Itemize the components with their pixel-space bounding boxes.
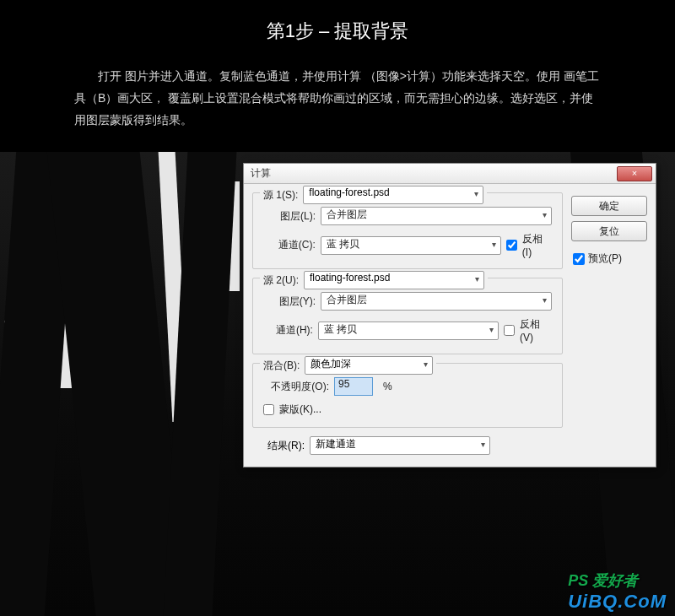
source1-file-select[interactable]: floating-forest.psd (303, 186, 483, 204)
blend-group: 混合(B): 颜色加深 不透明度(O): 95 % 蒙版(K)... (252, 363, 563, 428)
source1-channel-select[interactable]: 蓝 拷贝 (321, 236, 501, 255)
reset-button[interactable]: 复位 (571, 221, 647, 241)
result-select[interactable]: 新建通道 (310, 436, 490, 455)
source1-legend: 源 1(S): (263, 188, 298, 203)
opacity-label: 不透明度(O): (263, 380, 329, 394)
source1-channel-label: 通道(C): (263, 238, 316, 252)
source1-layer-label: 图层(L): (263, 209, 316, 224)
source2-file-select[interactable]: floating-forest.psd (304, 271, 484, 289)
blend-mode-select[interactable]: 颜色加深 (305, 356, 433, 375)
ok-button[interactable]: 确定 (571, 196, 647, 216)
source2-invert-label: 反相(V) (520, 317, 552, 343)
page-title: 第1步 – 提取背景 (0, 19, 675, 44)
source1-invert-label: 反相(I) (522, 232, 552, 258)
source2-layer-select[interactable]: 合并图层 (321, 292, 552, 311)
preview-row[interactable]: 预览(P) (571, 251, 647, 266)
mask-checkbox[interactable] (263, 404, 274, 415)
source2-invert-checkbox[interactable] (504, 325, 515, 336)
source2-layer-label: 图层(Y): (263, 294, 316, 309)
mask-label: 蒙版(K)... (279, 403, 321, 417)
page-description: 打开 图片并进入通道。复制蓝色通道，并使用计算 （图像>计算）功能来选择天空。使… (0, 59, 675, 147)
blend-legend: 混合(B): (263, 359, 300, 373)
percent-sign: % (383, 381, 392, 392)
close-button[interactable]: × (617, 166, 652, 181)
watermark: PS 爱好者 UiBQ.CoM (568, 570, 667, 613)
opacity-input[interactable]: 95 (334, 377, 373, 396)
result-label: 结果(R): (267, 439, 305, 453)
source1-layer-select[interactable]: 合并图层 (321, 207, 552, 225)
dialog-titlebar[interactable]: 计算 × (244, 164, 656, 184)
dialog-title: 计算 (251, 166, 617, 181)
source1-group: 源 1(S): floating-forest.psd 图层(L): 合并图层 … (252, 192, 563, 269)
source2-legend: 源 2(U): (263, 273, 299, 288)
source2-group: 源 2(U): floating-forest.psd 图层(Y): 合并图层 … (252, 278, 563, 354)
calculations-dialog: 计算 × 源 1(S): floating-forest.psd 图层(L): … (243, 163, 656, 467)
source2-channel-select[interactable]: 蓝 拷贝 (318, 322, 499, 340)
preview-label: 预览(P) (588, 251, 622, 266)
source2-channel-label: 通道(H): (263, 323, 313, 338)
source1-invert-checkbox[interactable] (506, 240, 517, 251)
preview-checkbox[interactable] (573, 253, 585, 265)
